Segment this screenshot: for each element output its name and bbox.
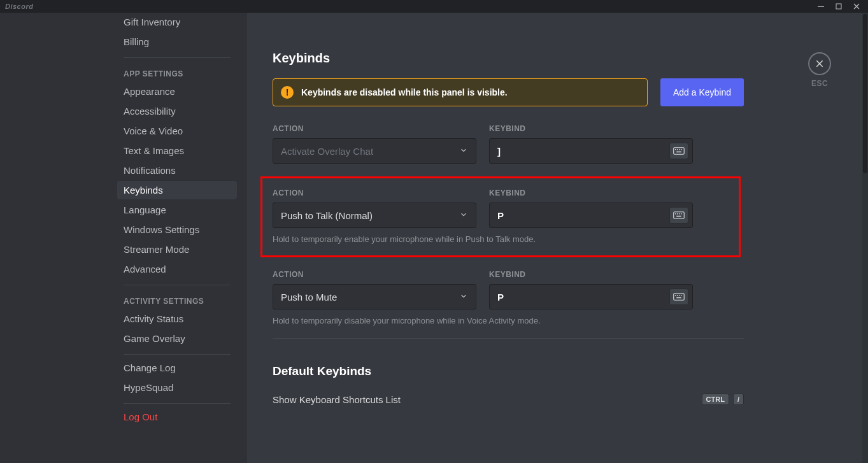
sidebar-item-hypesquad[interactable]: HypeSquad (117, 378, 237, 397)
add-keybind-button[interactable]: Add a Keybind (660, 78, 744, 106)
sidebar-item-language[interactable]: Language (117, 201, 237, 219)
chevron-down-icon (459, 210, 468, 221)
sidebar-item-voice-video[interactable]: Voice & Video (117, 122, 237, 140)
page-title: Keybinds (273, 51, 744, 66)
action-select[interactable]: Push to Mute (273, 284, 476, 310)
entry-description: Hold to temporarily enable your micropho… (273, 234, 729, 244)
entry-divider (273, 338, 744, 339)
keybind-input[interactable]: ] (489, 138, 693, 164)
svg-rect-19 (676, 297, 681, 299)
svg-rect-15 (675, 295, 676, 296)
sidebar-divider (124, 403, 231, 404)
scrollbar[interactable] (862, 13, 868, 463)
svg-rect-7 (676, 152, 681, 153)
svg-rect-8 (674, 212, 685, 219)
sidebar-item-notifications[interactable]: Notifications (117, 161, 237, 180)
svg-rect-17 (679, 295, 680, 296)
sidebar-item-game-overlay[interactable]: Game Overlay (117, 329, 237, 348)
action-value: Push to Mute (281, 292, 337, 303)
warning-text: Keybinds are disabled while this panel i… (301, 87, 508, 97)
sidebar-item-advanced[interactable]: Advanced (117, 260, 237, 278)
svg-rect-4 (677, 149, 678, 150)
keybind-label: KEYBIND (489, 124, 693, 133)
sidebar-item-text-images[interactable]: Text & Images (117, 141, 237, 160)
sidebar-item-keybinds[interactable]: Keybinds (117, 181, 237, 199)
keybind-entry: ACTION Activate Overlay Chat KEYBIND ] (273, 124, 744, 164)
sidebar-divider (124, 354, 231, 355)
chevron-down-icon (459, 292, 468, 303)
exclamation-icon: ! (281, 86, 294, 99)
svg-rect-2 (674, 148, 685, 155)
keybind-value: P (497, 210, 504, 221)
keybind-value: P (497, 292, 504, 303)
default-keybind-keys: CTRL / (702, 394, 744, 405)
sidebar-item-appearance[interactable]: Appearance (117, 82, 237, 101)
sidebar-item-windows-settings[interactable]: Windows Settings (117, 220, 237, 239)
settings-sidebar: Gift Inventory Billing APP SETTINGS Appe… (0, 13, 247, 463)
key-pill: / (733, 394, 744, 405)
keybind-input[interactable]: P (489, 284, 693, 310)
svg-rect-10 (677, 213, 678, 215)
svg-rect-16 (677, 295, 678, 296)
sidebar-item-streamer-mode[interactable]: Streamer Mode (117, 240, 237, 259)
action-select[interactable]: Activate Overlay Chat (273, 138, 476, 164)
action-label: ACTION (273, 189, 476, 197)
default-keybind-row: Show Keyboard Shortcuts List CTRL / (273, 394, 744, 405)
warning-banner: ! Keybinds are disabled while this panel… (273, 78, 648, 106)
sidebar-header-app-settings: APP SETTINGS (117, 58, 237, 82)
keybind-label: KEYBIND (489, 189, 693, 197)
key-pill: CTRL (702, 394, 729, 405)
keybind-label: KEYBIND (489, 270, 693, 279)
sidebar-item-billing[interactable]: Billing (117, 32, 237, 51)
action-label: ACTION (273, 270, 476, 279)
keyboard-icon[interactable] (669, 207, 688, 224)
action-value: Activate Overlay Chat (281, 146, 373, 157)
window-close-button[interactable] (848, 1, 865, 12)
svg-rect-12 (681, 213, 682, 215)
keyboard-icon[interactable] (669, 143, 688, 159)
entry-description: Hold to temporarily disable your microph… (273, 316, 744, 325)
svg-rect-3 (675, 149, 676, 150)
svg-rect-18 (681, 295, 682, 296)
svg-rect-0 (818, 6, 824, 7)
svg-rect-11 (679, 213, 680, 215)
titlebar: Discord (0, 0, 868, 13)
action-select[interactable]: Push to Talk (Normal) (273, 203, 476, 228)
keyboard-icon[interactable] (669, 288, 688, 305)
sidebar-item-accessibility[interactable]: Accessibility (117, 102, 237, 120)
default-keybinds-title: Default Keybinds (273, 364, 744, 378)
keybind-value: ] (497, 146, 501, 157)
sidebar-header-activity-settings: ACTIVITY SETTINGS (117, 285, 237, 310)
keybind-entry: ACTION Push to Mute KEYBIND P (273, 270, 744, 339)
window-controls (812, 1, 865, 12)
action-label: ACTION (273, 124, 476, 133)
svg-rect-6 (681, 149, 682, 150)
default-keybind-label: Show Keyboard Shortcuts List (273, 394, 401, 405)
svg-rect-9 (675, 213, 676, 215)
sidebar-item-gift-inventory[interactable]: Gift Inventory (117, 13, 237, 31)
close-button[interactable] (808, 52, 831, 75)
keybind-entry-highlighted: ACTION Push to Talk (Normal) KEYBIND P (260, 176, 741, 257)
chevron-down-icon (459, 146, 468, 157)
svg-rect-13 (676, 216, 681, 217)
close-label: ESC (808, 79, 831, 88)
window-maximize-button[interactable] (830, 1, 848, 12)
sidebar-item-change-log[interactable]: Change Log (117, 359, 237, 377)
action-value: Push to Talk (Normal) (281, 210, 373, 221)
scrollbar-thumb[interactable] (863, 14, 867, 173)
svg-rect-14 (674, 294, 685, 301)
keybind-input[interactable]: P (489, 203, 693, 228)
sidebar-item-logout[interactable]: Log Out (117, 408, 237, 426)
settings-content: Keybinds ! Keybinds are disabled while t… (247, 13, 868, 463)
sidebar-item-activity-status[interactable]: Activity Status (117, 310, 237, 328)
svg-rect-1 (836, 4, 841, 9)
window-minimize-button[interactable] (812, 1, 830, 12)
svg-rect-5 (679, 149, 680, 150)
app-brand: Discord (5, 3, 33, 10)
close-settings: ESC (808, 52, 831, 88)
